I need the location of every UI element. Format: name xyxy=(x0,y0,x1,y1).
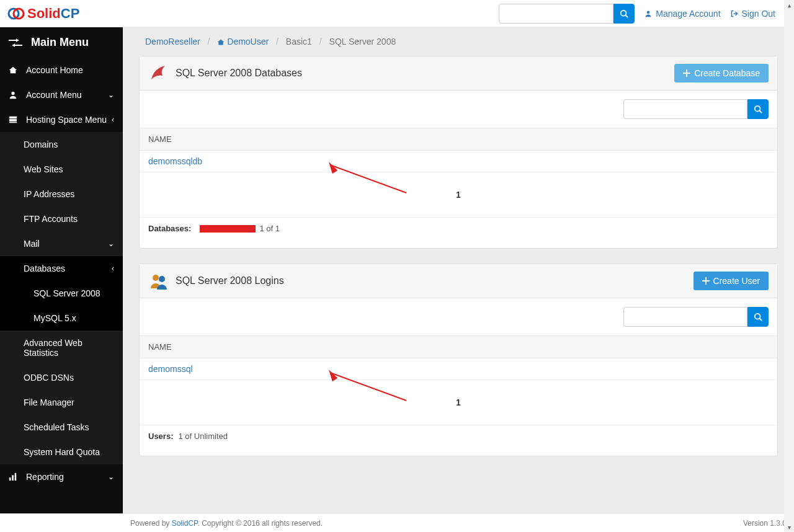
footer-brand-link[interactable]: SolidCP xyxy=(172,519,198,528)
sidebar-item-hosting-space[interactable]: Hosting Space Menu ‹ xyxy=(0,107,123,132)
column-header-name[interactable]: NAME xyxy=(140,128,777,151)
users-icon xyxy=(148,270,169,291)
sidebar-item-label: ODBC DSNs xyxy=(24,373,74,383)
sidebar-item-mail[interactable]: Mail ⌄ xyxy=(0,231,123,256)
breadcrumb-reseller[interactable]: DemoReseller xyxy=(145,37,200,47)
content: DemoReseller / DemoUser / Basic1 / SQL S… xyxy=(123,27,794,513)
create-user-button[interactable]: Create User xyxy=(694,272,769,290)
chevron-down-icon: ⌄ xyxy=(108,472,114,481)
chevron-down-icon: ⌄ xyxy=(108,91,114,99)
svg-rect-13 xyxy=(12,475,14,481)
svg-rect-14 xyxy=(15,473,17,481)
logo[interactable]: SolidCP xyxy=(6,4,79,24)
svg-rect-10 xyxy=(9,119,17,122)
sidebar-item-websites[interactable]: Web Sites xyxy=(0,157,123,182)
databases-search-input[interactable] xyxy=(623,99,747,119)
svg-point-22 xyxy=(159,276,165,282)
database-link[interactable]: demomssqldb xyxy=(148,156,202,166)
browser-scrollbar[interactable]: ▴ ▾ xyxy=(784,0,794,532)
databases-search-button[interactable] xyxy=(747,99,769,119)
manage-account-link[interactable]: Manage Account xyxy=(645,9,720,19)
version-label: Version 1.3.0 xyxy=(743,519,787,528)
sidebar-item-system-hard-quota[interactable]: System Hard Quota xyxy=(0,440,123,464)
logins-search-input[interactable] xyxy=(623,307,747,327)
user-icon xyxy=(9,91,19,99)
table-row: demomssqldb xyxy=(140,151,777,172)
plus-icon xyxy=(702,277,710,285)
sidebar-item-domains[interactable]: Domains xyxy=(0,132,123,157)
sidebar-item-label: System Hard Quota xyxy=(24,447,100,457)
chart-icon xyxy=(9,472,19,481)
svg-point-4 xyxy=(647,11,650,14)
home-icon xyxy=(9,66,19,74)
search-icon xyxy=(754,105,762,113)
quota-bar xyxy=(200,225,256,233)
sidebar-item-odbc-dsns[interactable]: ODBC DSNs xyxy=(0,365,123,390)
svg-rect-11 xyxy=(9,122,17,123)
svg-point-8 xyxy=(11,92,14,95)
summary-text: 1 of 1 xyxy=(259,224,280,233)
sidebar-item-label: Account Home xyxy=(26,65,83,75)
home-icon xyxy=(217,38,225,46)
logo-icon xyxy=(6,4,26,24)
sidebar-item-label: Domains xyxy=(24,140,58,149)
top-bar: SolidCP Manage Account Sign Out xyxy=(0,0,794,27)
pager: 1 xyxy=(140,172,777,217)
sign-out-link[interactable]: Sign Out xyxy=(731,9,775,19)
global-search-input[interactable] xyxy=(499,4,613,24)
sidebar-item-label: Account Menu xyxy=(26,90,82,100)
sidebar-item-account-home[interactable]: Account Home xyxy=(0,58,123,82)
button-label: Create Database xyxy=(694,68,760,78)
sidebar-item-label: File Manager xyxy=(24,397,74,407)
sidebar-item-scheduled-tasks[interactable]: Scheduled Tasks xyxy=(0,415,123,440)
chevron-left-icon: ‹ xyxy=(112,115,114,124)
sidebar-item-label: Databases xyxy=(24,264,65,273)
button-label: Create User xyxy=(713,276,760,286)
sidebar-item-label: MySQL 5.x xyxy=(33,313,76,323)
svg-rect-24 xyxy=(702,280,710,282)
server-icon xyxy=(9,115,19,124)
sidebar-title: Main Menu xyxy=(0,27,123,58)
logins-search-button[interactable] xyxy=(747,307,769,327)
sidebar-item-label: Advanced Web Statistics xyxy=(24,338,114,358)
sidebar-item-mysql-5x[interactable]: MySQL 5.x xyxy=(0,306,123,330)
page-number[interactable]: 1 xyxy=(456,190,461,200)
scroll-down-icon[interactable]: ▾ xyxy=(784,522,794,532)
chevron-left-icon: ‹ xyxy=(112,264,114,273)
manage-account-label: Manage Account xyxy=(656,9,720,19)
sidebar-item-label: SQL Server 2008 xyxy=(33,288,100,298)
plus-icon xyxy=(683,69,690,77)
sidebar-item-label: Reporting xyxy=(26,472,64,482)
sign-out-icon xyxy=(731,10,738,17)
page-number[interactable]: 1 xyxy=(456,397,461,407)
login-link[interactable]: demomssql xyxy=(148,364,193,374)
breadcrumb-plan: Basic1 xyxy=(286,37,312,47)
svg-rect-16 xyxy=(683,73,690,74)
sidebar-item-label: FTP Accounts xyxy=(24,214,78,224)
global-search xyxy=(499,4,635,24)
sidebar-item-ftp-accounts[interactable]: FTP Accounts xyxy=(0,206,123,231)
sidebar-item-account-menu[interactable]: Account Menu ⌄ xyxy=(0,82,123,107)
sidebar-item-ip-addresses[interactable]: IP Addresses xyxy=(0,182,123,206)
footer: Powered by SolidCP. Copyright © 2016 all… xyxy=(0,513,794,532)
logins-panel: SQL Server 2008 Logins Create User NAME … xyxy=(139,264,778,456)
sidebar-item-reporting[interactable]: Reporting ⌄ xyxy=(0,464,123,489)
svg-point-2 xyxy=(621,10,627,16)
databases-panel: SQL Server 2008 Databases Create Databas… xyxy=(139,56,778,249)
breadcrumb-user[interactable]: DemoUser xyxy=(217,37,271,47)
create-database-button[interactable]: Create Database xyxy=(674,64,769,82)
table-row: demomssql xyxy=(140,358,777,380)
sidebar-item-sql-server-2008[interactable]: SQL Server 2008 xyxy=(0,281,123,306)
breadcrumb: DemoReseller / DemoUser / Basic1 / SQL S… xyxy=(123,27,794,56)
sidebar: Main Menu Account Home Account Menu ⌄ Ho… xyxy=(0,27,123,513)
scroll-up-icon[interactable]: ▴ xyxy=(784,0,794,10)
menu-icon xyxy=(9,37,22,48)
global-search-button[interactable] xyxy=(613,4,635,24)
column-header-name[interactable]: NAME xyxy=(140,335,777,358)
summary-text: 1 of Unlimited xyxy=(178,432,227,441)
sidebar-item-file-manager[interactable]: File Manager xyxy=(0,390,123,415)
summary-label: Databases: xyxy=(148,224,191,233)
sidebar-item-databases[interactable]: Databases ‹ xyxy=(0,256,123,281)
svg-point-21 xyxy=(153,275,159,281)
sidebar-item-advanced-web-statistics[interactable]: Advanced Web Statistics xyxy=(0,330,123,365)
